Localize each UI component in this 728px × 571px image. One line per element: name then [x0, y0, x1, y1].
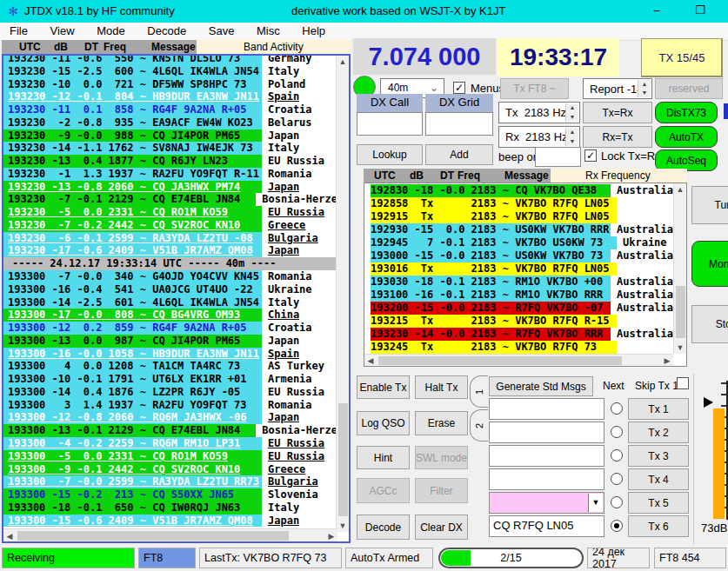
decode-row[interactable]: 193230 -9 -0.0 988 ~ CQ JI4POR PM65Japan [3, 129, 337, 143]
rx-equals-tx-button[interactable]: Rx=Tx [583, 126, 652, 148]
decode-row[interactable]: 193300 -15 -0.6 2409 ~ V51B JR7AMZ QM08J… [3, 515, 337, 528]
spin-down-icon[interactable]: ▼ [638, 89, 651, 97]
tab-msgs-2[interactable]: 2 [470, 409, 488, 442]
decode-row[interactable]: 193230 -2 -0.8 935 ~ EA9ACF EW4W KO23Bel… [3, 116, 337, 129]
menu-decode[interactable]: Decode [137, 23, 196, 41]
decode-row[interactable]: 193230 -1 1.3 1937 ~ RA2FU YO9FQT R-11Ro… [3, 168, 337, 181]
rx-frequency-spinner[interactable]: Rx 2183 Hz ▲▼ [498, 126, 580, 148]
clear-dx-button[interactable]: Clear DX [415, 515, 468, 540]
tx3-radio[interactable] [611, 449, 623, 461]
chevron-down-icon[interactable]: ▼ [588, 494, 603, 512]
decode-row[interactable]: 193230 -14 -0.0 2183 ~ R7FQ VK7BO RRRAus… [364, 328, 673, 341]
minimize-button[interactable]: – [644, 3, 670, 19]
decode-row[interactable]: 193230 -12 -0.1 804 ~ HB9DUR EA3NW JN11S… [3, 90, 337, 103]
decode-row[interactable]: 193230 -6 -0.1 2599 ~ RA3YDA LZ2TU -08Bu… [3, 232, 337, 245]
hint-button[interactable]: Hint [357, 446, 410, 469]
decode-row[interactable]: 192930 -15 0.0 2183 ~ US0KW VK7BO RRRAus… [364, 223, 673, 236]
scroll-right-icon[interactable]: ▶ [663, 356, 671, 365]
menu-misc[interactable]: Misc [247, 23, 290, 41]
log-qso-button[interactable]: Log QSO [357, 411, 410, 435]
decode-row[interactable]: 193300 -15 -0.2 213 ~ CQ S50XX JN65Slove… [3, 488, 337, 501]
tab-band-activity[interactable]: Band Activity [244, 41, 304, 53]
tx2-radio[interactable] [611, 426, 623, 438]
dx-grid-input[interactable] [425, 112, 493, 136]
tx3-button[interactable]: Tx 3 [628, 445, 689, 467]
tx4-message-input[interactable] [489, 468, 604, 490]
tab-rx-frequency[interactable]: Rx Frequency [585, 169, 651, 182]
scroll-left-icon[interactable]: ◀ [366, 356, 375, 365]
decode-row[interactable]: 193230 -15 -2.5 600 ~ 4L6QL IK4WLA JN54I… [3, 65, 337, 78]
scroll-thumb[interactable] [338, 403, 348, 516]
lock-txrx-checkbox[interactable] [584, 149, 597, 162]
scroll-up-icon[interactable]: ▲ [674, 185, 686, 194]
monitor-button[interactable]: Monitor [691, 241, 728, 287]
decode-row[interactable]: 193230 -11 -0.6 550 ~ KN5TN DL5LO 73Germ… [3, 54, 337, 65]
menus-checkbox[interactable] [453, 82, 465, 94]
decode-row[interactable]: 193300 -9 -0.1 2442 ~ CQ SV2ROC KN10Gree… [3, 463, 337, 476]
tx1-radio[interactable] [611, 402, 623, 415]
decode-row[interactable]: 192915 Tx 2183 ~ VK7BO R7FQ LN05 [364, 210, 673, 223]
spin-up-icon[interactable]: ▲ [566, 103, 578, 113]
scroll-thumb[interactable] [378, 356, 622, 365]
decode-row[interactable]: 193230 -11 0.1 858 ~ RG4F 9A2NA R+05Croa… [3, 103, 337, 116]
stop-button[interactable]: Stop [691, 305, 728, 343]
scroll-right-icon[interactable]: ▶ [327, 532, 336, 541]
decode-row[interactable]: 193230 -13 -0.8 2060 ~ CQ JA3HWX PM74Jap… [3, 181, 337, 194]
decode-row[interactable]: 193300 -4 -0.2 2259 ~ RQ6M RM1O LP31EU R… [3, 437, 337, 450]
tx6-message-input[interactable]: CQ R7FQ LN05 [489, 515, 604, 537]
spin-down-icon[interactable]: ▼ [566, 113, 578, 123]
decode-button[interactable]: Decode [357, 515, 410, 540]
generate-std-msgs-button[interactable]: Generate Std Msgs [489, 376, 593, 396]
decode-row[interactable]: 193200 -15 -0.0 2183 ~ R7FQ VK7BO -07Aus… [364, 302, 673, 315]
band-activity-vscrollbar[interactable]: ▲ ▼ [336, 56, 349, 532]
decode-row[interactable]: 193300 -16 -0.4 541 ~ UA0JCG UT4UO -22Uk… [3, 283, 337, 296]
decode-row[interactable]: 193230 -13 0.4 1877 ~ CQ R6JY LN23EU Rus… [3, 155, 337, 168]
tx6-radio[interactable] [611, 520, 623, 532]
decode-row[interactable]: 192858 Tx 2183 ~ VK7BO R7FQ LN05 [364, 197, 673, 210]
distx73-button[interactable]: DisTX73 [655, 102, 718, 123]
enable-tx-button[interactable]: Enable Tx [357, 375, 410, 399]
band-activity-hscrollbar[interactable]: ◀ ▶ [3, 528, 337, 541]
decode-row[interactable]: 193300 4 0.0 1208 ~ TA1CM TA4RC 73AS Tur… [3, 360, 337, 373]
menu-save[interactable]: Save [199, 23, 244, 41]
tx4-button[interactable]: Tx 4 [628, 468, 689, 490]
tx5-button[interactable]: Tx 5 [628, 492, 689, 514]
tx-equals-rx-button[interactable]: Tx=Rx [583, 102, 652, 123]
decode-row[interactable]: 193230 -14 -1.1 1762 ~ SV8NAJ IW4EJK 73I… [3, 142, 337, 155]
decode-row[interactable]: 193215 Tx 2183 ~ VK7BO R7FQ R-15 [364, 315, 673, 328]
tx1-message-input[interactable] [489, 398, 604, 420]
menu-file[interactable]: File [0, 23, 37, 41]
decode-row[interactable]: 193000 -15 -0.0 2183 ~ US0KW VK7BO 73Aus… [364, 249, 673, 262]
maximize-button[interactable]: ❒ [687, 3, 713, 19]
autotx-button[interactable]: AutoTX [655, 126, 718, 148]
decode-row[interactable]: 193230 -10 0.0 721 ~ DF5WW SP8HPC 73Pola… [3, 78, 337, 91]
tx-frequency-spinner[interactable]: Tx 2183 Hz ▲▼ [498, 102, 580, 123]
report-spinner[interactable]: Report -14 ▲▼ [583, 78, 652, 99]
tx1-button[interactable]: Tx 1 [628, 398, 689, 420]
skip-tx1-checkbox[interactable] [677, 377, 689, 389]
menu-help[interactable]: Help [292, 23, 335, 41]
halt-tx-button[interactable]: Halt Tx [415, 375, 468, 399]
scroll-thumb[interactable] [17, 531, 289, 541]
lookup-button[interactable]: Lookup [357, 144, 423, 165]
scroll-down-icon[interactable]: ▼ [674, 343, 686, 352]
rx-frequency-hscrollbar[interactable]: ◀ ▶ [364, 354, 673, 366]
add-button[interactable]: Add [425, 144, 493, 165]
decode-row[interactable]: 192945 7 -0.1 2183 ~ VK7BO US0KW 73Ukrai… [364, 236, 673, 249]
decode-row[interactable]: 193230 -7 -0.2 2442 ~ CQ SV2ROC KN10Gree… [3, 219, 337, 232]
decode-row[interactable]: 193300 -7 -0.0 2599 ~ RA3YDA LZ2TU RR73B… [3, 475, 337, 488]
tx4-radio[interactable] [611, 473, 623, 485]
erase-button[interactable]: Erase [415, 411, 468, 435]
tune-button[interactable]: Tune [691, 186, 728, 224]
decode-row[interactable]: ----- 24.12.17 19:33:14 UTC ----- 40m --… [3, 257, 337, 270]
spin-up-icon[interactable]: ▲ [638, 80, 651, 89]
decode-row[interactable]: 193300 -18 -0.1 650 ~ CQ IW0RQJ JN63Ital… [3, 501, 337, 515]
decode-row[interactable]: 193230 -7 -0.1 2129 ~ CQ E74EBL JN84Bosn… [3, 193, 337, 206]
power-meter-slider-icon[interactable] [704, 397, 713, 408]
decode-row[interactable]: 193230 -5 0.0 2331 ~ CQ RO1M KO59EU Russ… [3, 206, 337, 219]
decode-row[interactable]: 193245 Tx 2183 ~ VK7BO R7FQ 73 [364, 341, 673, 354]
decode-row[interactable]: 193230 -17 -0.6 2409 ~ V51B JR7AMZ QM08J… [3, 244, 337, 257]
spin-up-icon[interactable]: ▲ [566, 128, 578, 137]
menu-view[interactable]: View [41, 23, 84, 41]
decode-row[interactable]: 193300 -7 -0.0 340 ~ G4OJD YO4CVV KN45Ro… [3, 270, 337, 283]
